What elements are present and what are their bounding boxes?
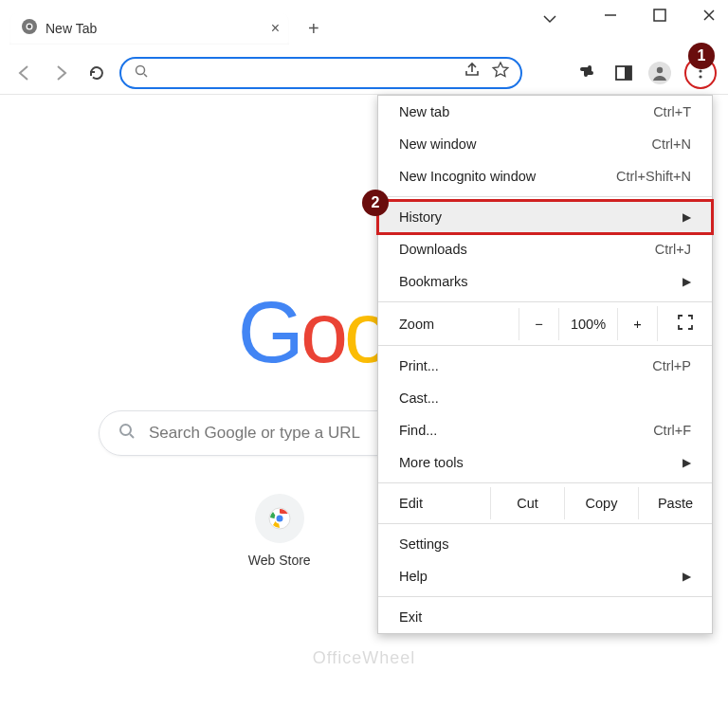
svg-point-11 [699,69,701,72]
menu-more-tools[interactable]: More tools ▶ [378,446,712,479]
menu-label: Zoom [378,308,519,340]
menu-separator [378,301,712,302]
menu-shortcut: Ctrl+N [652,136,692,152]
menu-downloads[interactable]: Downloads Ctrl+J [378,233,712,265]
svg-line-14 [130,434,134,438]
menu-separator [378,482,712,483]
menu-label: More tools [399,455,464,470]
menu-separator [378,345,712,346]
zoom-out-button[interactable]: − [519,308,558,340]
zoom-value: 100% [558,308,617,340]
reload-button[interactable] [83,60,110,86]
menu-cast[interactable]: Cast... [378,382,712,414]
menu-label: Bookmarks [399,274,468,289]
nav-back-button[interactable] [11,60,38,86]
menu-shortcut: Ctrl+F [653,423,691,438]
menu-label: Edit [378,487,490,519]
menu-new-window[interactable]: New window Ctrl+N [378,128,712,160]
search-placeholder: Search Google or type a URL [149,424,360,443]
menu-label: New Incognito window [399,169,536,184]
menu-edit: Edit Cut Copy Paste [378,487,712,519]
tab-close-button[interactable]: × [271,20,280,37]
submenu-arrow-icon: ▶ [682,456,691,469]
menu-label: New tab [399,104,449,119]
browser-tab[interactable]: New Tab × [9,12,289,45]
annotation-callout-2: 2 [362,190,389,216]
svg-point-9 [657,66,663,72]
svg-rect-1 [654,9,665,21]
svg-point-12 [699,75,701,78]
menu-label: Downloads [399,242,467,257]
logo-letter: o [300,284,344,382]
webstore-icon [255,494,304,543]
edit-cut-button[interactable]: Cut [490,487,564,519]
submenu-arrow-icon: ▶ [682,210,691,224]
nav-forward-button[interactable] [47,60,74,86]
menu-label: History [399,209,442,225]
menu-exit[interactable]: Exit [378,601,712,633]
window-minimize-button[interactable] [599,8,622,23]
menu-label: Settings [399,536,448,552]
share-icon[interactable] [464,62,481,83]
menu-new-tab[interactable]: New tab Ctrl+T [378,96,712,128]
menu-bookmarks[interactable]: Bookmarks ▶ [378,265,712,298]
chrome-icon [21,18,38,39]
address-bar[interactable] [119,57,522,89]
svg-rect-8 [625,66,631,80]
logo-letter: G [238,284,300,382]
search-icon [118,423,136,445]
shortcut-label: Web Store [248,553,311,568]
svg-point-16 [275,515,283,523]
menu-shortcut: Ctrl+Shift+N [616,169,691,184]
menu-label: Exit [399,609,422,625]
svg-point-4 [27,25,31,28]
shortcut-webstore[interactable]: Web Store [248,494,311,568]
menu-find[interactable]: Find... Ctrl+F [378,414,712,446]
menu-settings[interactable]: Settings [378,528,712,560]
search-icon [135,64,148,81]
menu-print[interactable]: Print... Ctrl+P [378,350,712,382]
fullscreen-button[interactable] [657,306,712,341]
window-tab-chevron-icon[interactable] [542,11,557,30]
sidepanel-button[interactable] [612,62,635,84]
submenu-arrow-icon: ▶ [682,570,691,583]
menu-label: Find... [399,423,437,438]
menu-help[interactable]: Help ▶ [378,560,712,592]
chrome-menu: New tab Ctrl+T New window Ctrl+N New Inc… [377,95,713,634]
annotation-callout-1: 1 [688,43,715,69]
edit-copy-button[interactable]: Copy [564,487,638,519]
zoom-in-button[interactable]: + [617,308,657,340]
menu-label: Help [399,569,428,584]
window-close-button[interactable] [698,8,720,23]
svg-point-13 [120,425,131,435]
menu-label: New window [399,136,476,152]
menu-shortcut: Ctrl+J [655,242,691,257]
menu-shortcut: Ctrl+P [652,358,691,373]
menu-label: Cast... [399,390,439,406]
svg-line-6 [144,74,147,77]
menu-separator [378,596,712,597]
watermark-text: OfficeWheel [313,648,416,668]
profile-button[interactable] [648,62,671,84]
edit-paste-button[interactable]: Paste [638,487,712,519]
menu-history[interactable]: History ▶ [378,201,712,233]
omnibox-input[interactable] [154,65,458,81]
new-tab-button[interactable]: + [308,18,319,40]
bookmark-star-icon[interactable] [492,62,509,83]
menu-zoom: Zoom − 100% + [378,306,712,341]
menu-shortcut: Ctrl+T [653,104,691,119]
window-maximize-button[interactable] [648,9,671,22]
svg-point-5 [136,66,145,75]
menu-new-incognito[interactable]: New Incognito window Ctrl+Shift+N [378,160,712,192]
menu-separator [378,523,712,524]
tab-title: New Tab [46,21,97,36]
menu-label: Print... [399,358,439,373]
submenu-arrow-icon: ▶ [682,275,691,288]
toolbar [0,51,728,95]
extensions-button[interactable] [576,62,599,84]
menu-separator [378,196,712,197]
